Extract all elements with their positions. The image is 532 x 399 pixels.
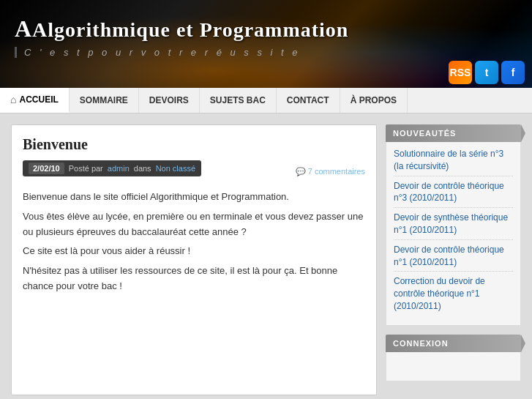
nouveaute-link-1[interactable]: Solutionnaire de la série n°3 (la récurs… xyxy=(394,149,503,171)
post-category-link[interactable]: Non classé xyxy=(156,164,195,173)
post-line-2: Vous êtes élève au lycée, en première ou… xyxy=(23,209,365,240)
widget-connexion-title: Connexion xyxy=(386,335,521,352)
post-line-1: Bienvenue dans le site officiel Algorith… xyxy=(23,190,365,205)
list-item: Solutionnaire de la série n°3 (la récurs… xyxy=(394,148,513,176)
post-author-link[interactable]: admin xyxy=(108,164,130,173)
list-item: Devoir de synthèse théorique n°1 (2010/2… xyxy=(394,212,513,240)
site-header: AAlgorithmique et Programmation C ' e s … xyxy=(0,0,532,88)
rss-icon[interactable]: RSS xyxy=(449,61,472,84)
post-line-3: Ce site est là pour vous aider à réussir… xyxy=(23,244,365,259)
sidebar: Nouveautés Solutionnaire de la série n°3… xyxy=(386,124,521,395)
nouveaute-link-5[interactable]: Correction du devoir de contrôle théoriq… xyxy=(394,276,485,311)
nouveaute-link-4[interactable]: Devoir de contrôle théorique n°1 (2010/2… xyxy=(394,245,504,267)
site-subtitle: C ' e s t p o u r v o t r e r é u s s i … xyxy=(15,47,517,58)
comments-link[interactable]: 💬 7 commentaires xyxy=(296,167,365,176)
dans-label: dans xyxy=(134,164,151,173)
post-meta-row: 2/02/10 Posté par admin dans Non classé … xyxy=(23,160,365,182)
nav-accueil[interactable]: ⌂ Accueil xyxy=(0,88,70,113)
widget-nouveautes-content: Solutionnaire de la série n°3 (la récurs… xyxy=(386,142,521,326)
posted-by-label: Posté par xyxy=(69,164,103,173)
widget-nouveautes-title: Nouveautés xyxy=(386,124,521,142)
nouveaute-link-3[interactable]: Devoir de synthèse théorique n°1 (2010/2… xyxy=(394,212,508,235)
list-item: Correction du devoir de contrôle théoriq… xyxy=(394,275,513,315)
widget-connexion: Connexion xyxy=(386,335,521,381)
nav-contact[interactable]: Contact xyxy=(277,88,340,113)
main-wrapper: Bienvenue 2/02/10 Posté par admin dans N… xyxy=(0,113,532,399)
list-item: Devoir de contrôle théorique n°3 (2010/2… xyxy=(394,180,513,209)
nav-devoirs[interactable]: Devoirs xyxy=(139,88,200,113)
post-line-4: N'hésitez pas à utiliser les ressources … xyxy=(23,264,365,294)
nouveaute-link-2[interactable]: Devoir de contrôle théorique n°3 (2010/2… xyxy=(394,181,504,204)
twitter-icon[interactable]: t xyxy=(475,61,498,84)
widget-connexion-content xyxy=(386,352,521,381)
nouveautes-list: Solutionnaire de la série n°3 (la récurs… xyxy=(394,148,513,316)
nav-sommaire[interactable]: Sommaire xyxy=(70,88,139,113)
site-title: AAlgorithmique et Programmation xyxy=(15,15,517,42)
post-date: 2/02/10 xyxy=(29,163,64,174)
widget-nouveautes: Nouveautés Solutionnaire de la série n°3… xyxy=(386,124,521,326)
post-content: Bienvenue dans le site officiel Algorith… xyxy=(23,190,365,294)
main-nav: ⌂ Accueil Sommaire Devoirs Sujets Bac Co… xyxy=(0,88,532,113)
header-content: AAlgorithmique et Programmation C ' e s … xyxy=(0,0,532,58)
main-content: Bienvenue 2/02/10 Posté par admin dans N… xyxy=(11,124,377,395)
post-title: Bienvenue xyxy=(23,136,365,153)
nav-a-propos[interactable]: À Propos xyxy=(340,88,408,113)
social-icons: RSS t f xyxy=(449,61,525,84)
home-icon: ⌂ xyxy=(10,94,16,105)
list-item: Devoir de contrôle théorique n°1 (2010/2… xyxy=(394,244,513,272)
nav-sujets-bac[interactable]: Sujets Bac xyxy=(200,88,277,113)
post-meta-bar: 2/02/10 Posté par admin dans Non classé xyxy=(23,160,201,176)
facebook-icon[interactable]: f xyxy=(501,61,525,84)
